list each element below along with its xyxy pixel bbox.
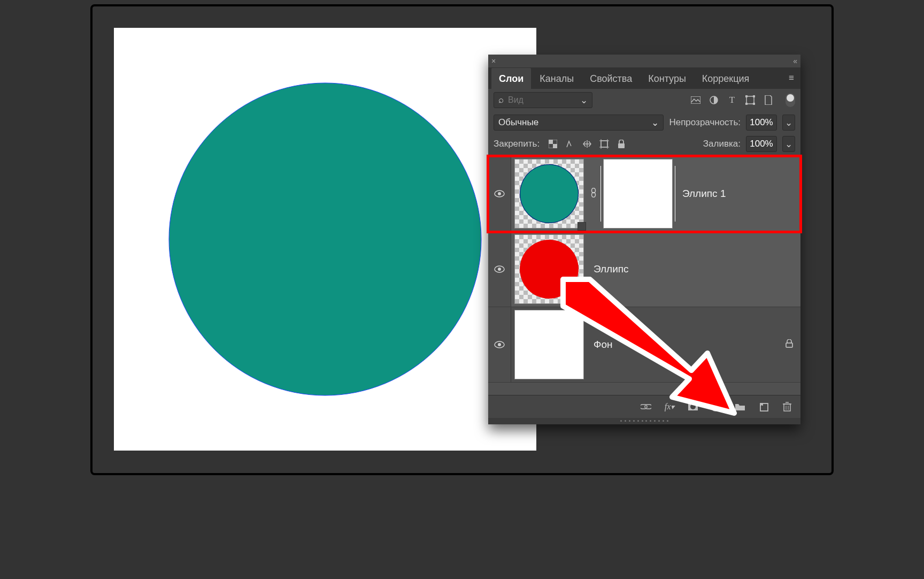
panel-footer: fx▾ ▾ [488,395,800,418]
layer-thumbnail[interactable] [514,234,584,304]
fill-stepper[interactable]: ⌄ [782,136,795,152]
mask-link-icon[interactable] [588,188,599,200]
tab-properties[interactable]: Свойства [582,68,640,89]
layer-mask-thumbnail[interactable] [603,159,673,228]
lock-label: Закрепить: [494,139,540,149]
layer-thumbnail[interactable] [514,310,584,379]
lock-fill-row: Закрепить: Заливка: 100% ⌄ [488,134,800,156]
svg-rect-3 [746,96,754,104]
layer-fx-button[interactable]: fx▾ [664,401,675,413]
svg-point-18 [498,192,501,195]
filter-adjustment-icon[interactable] [707,94,720,106]
svg-point-0 [169,83,481,395]
layer-filter-input[interactable] [507,95,577,105]
opacity-field[interactable]: 100% [746,115,777,131]
opacity-stepper[interactable]: ⌄ [782,115,795,131]
document-canvas[interactable] [114,28,536,451]
svg-point-24 [498,343,501,346]
svg-rect-5 [753,95,755,97]
layer-filter-kind[interactable]: ⌕ ⌄ [494,92,592,108]
layer-filter-row: ⌕ ⌄ T [488,89,800,111]
shape-badge-icon [578,222,586,231]
panel-collapse-button[interactable]: « [793,57,797,65]
layer-visibility-toggle[interactable] [488,156,511,231]
layer-visibility-toggle[interactable] [488,232,511,307]
fill-label: Заливка: [703,139,741,149]
lock-all-icon[interactable] [615,138,627,150]
blend-mode-value: Обычные [498,117,538,128]
svg-rect-30 [784,404,790,411]
layer-row[interactable]: Фон [488,307,800,383]
tab-channels[interactable]: Каналы [532,68,581,89]
filter-toggle[interactable] [786,93,795,107]
fill-field[interactable]: 100% [746,136,777,152]
layer-thumbnail[interactable] [514,159,584,228]
chevron-down-icon: ⌄ [651,117,659,128]
tab-adjustments[interactable]: Коррекция [695,68,757,89]
layers-panel: × « Слои Каналы Свойства Контуры Коррекц… [488,55,800,424]
delete-layer-button[interactable] [781,401,793,413]
svg-rect-11 [601,141,607,147]
filter-pixel-icon[interactable] [689,94,702,106]
search-icon: ⌕ [498,95,504,105]
add-mask-button[interactable] [687,401,699,413]
svg-rect-7 [753,103,755,105]
filter-smartobject-icon[interactable] [762,94,775,106]
adjustment-layer-button[interactable]: ▾ [711,401,722,413]
screenshot-frame: × « Слои Каналы Свойства Контуры Коррекц… [90,4,834,475]
circle-shape-icon [520,164,579,223]
tab-paths[interactable]: Контуры [641,68,694,89]
lock-transparency-icon[interactable] [547,138,559,150]
layer-visibility-toggle[interactable] [488,307,511,382]
chevron-down-icon: ⌄ [580,95,588,106]
svg-point-22 [498,268,501,271]
panel-title-bar: × « [488,55,800,67]
svg-rect-6 [745,103,748,105]
lock-position-icon[interactable] [581,138,593,150]
filter-shape-icon[interactable] [744,94,757,106]
lock-artboard-icon[interactable] [598,138,610,150]
panel-menu-button[interactable]: ≡ [786,73,797,83]
circle-shape-icon [520,240,579,299]
panel-tabs: Слои Каналы Свойства Контуры Коррекция ≡ [488,67,800,89]
blend-mode-select[interactable]: Обычные ⌄ [494,115,664,131]
layer-row[interactable]: Эллипс [488,232,800,307]
layer-name[interactable]: Эллипс [594,263,629,275]
svg-rect-10 [553,144,557,148]
new-group-button[interactable] [734,401,746,413]
lock-icon [786,339,793,351]
layer-name[interactable]: Фон [594,339,613,351]
svg-point-27 [690,404,696,409]
blend-opacity-row: Обычные ⌄ Непрозрачность: 100% ⌄ [488,111,800,134]
layer-name[interactable]: Эллипс 1 [682,188,726,200]
panel-resize-grip[interactable] [488,418,800,424]
panel-close-button[interactable]: × [491,57,496,65]
svg-rect-9 [549,140,553,144]
link-layers-button[interactable] [640,401,652,413]
layer-row[interactable]: Эллипс 1 [488,156,800,232]
layer-list: Эллипс 1 Эллипс Фон [488,156,800,395]
filter-text-icon[interactable]: T [726,94,738,106]
svg-rect-16 [618,143,625,148]
lock-image-icon[interactable] [564,138,576,150]
svg-rect-4 [745,95,748,97]
opacity-label: Непрозрачность: [669,117,741,128]
svg-rect-25 [786,343,792,347]
new-layer-button[interactable] [758,401,769,413]
tab-layers[interactable]: Слои [491,68,531,89]
